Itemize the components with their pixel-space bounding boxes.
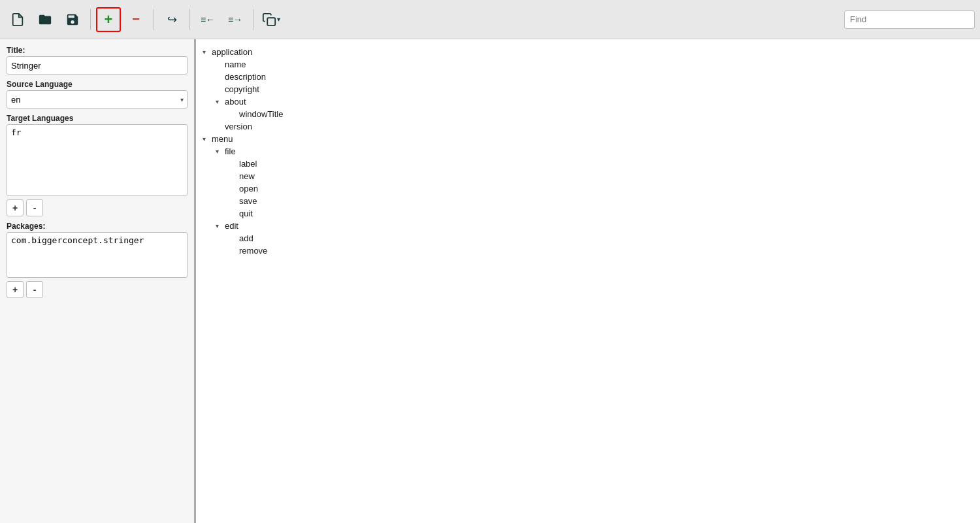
source-language-label: Source Language <box>7 80 188 89</box>
tree-label-application: application <box>212 47 252 57</box>
add-target-language-button[interactable]: + <box>7 199 24 216</box>
packages-label: Packages: <box>7 222 188 231</box>
tree-node-copyright[interactable]: ▾copyright <box>196 83 980 95</box>
source-language-select[interactable]: en fr de es zh <box>7 90 188 109</box>
tree-label-edit: edit <box>225 221 238 231</box>
tree-panel[interactable]: ▾application▾name▾description▾copyright▾… <box>196 39 980 523</box>
tree-node-menu[interactable]: ▾menu <box>196 133 980 145</box>
tree-label-remove: remove <box>239 246 267 256</box>
tree-node-application[interactable]: ▾application <box>196 46 980 58</box>
separator-1 <box>90 9 91 30</box>
tree-node-version[interactable]: ▾version <box>196 120 980 133</box>
add-package-button[interactable]: + <box>7 281 24 298</box>
tree-label-label: label <box>239 159 257 169</box>
copy-dropdown-arrow: ▾ <box>277 16 280 23</box>
tree-arrow-icon[interactable]: ▾ <box>203 135 212 143</box>
tree-arrow-icon[interactable]: ▾ <box>216 148 225 155</box>
target-languages-label: Target Languages <box>7 114 188 123</box>
tree-node-edit[interactable]: ▾edit <box>196 220 980 232</box>
remove-target-language-button[interactable]: - <box>26 199 43 216</box>
target-languages-btn-row: + - <box>7 199 188 216</box>
tree-label-windowTitle: windowTitle <box>239 109 283 119</box>
tree-label-copyright: copyright <box>225 84 259 94</box>
tree-label-menu: menu <box>212 134 233 144</box>
svg-rect-0 <box>267 18 275 25</box>
tree-label-quit: quit <box>239 209 253 218</box>
packages-textarea[interactable] <box>7 232 188 278</box>
target-languages-textarea[interactable] <box>7 124 188 196</box>
tree-label-name: name <box>225 59 246 69</box>
tree-node-about[interactable]: ▾about <box>196 95 980 108</box>
indent-button[interactable]: ↪ <box>159 7 184 32</box>
tree-arrow-icon[interactable]: ▾ <box>203 48 212 56</box>
tree-node-description[interactable]: ▾description <box>196 71 980 83</box>
copy-button[interactable]: ▾ <box>259 7 284 32</box>
save-button[interactable] <box>60 7 85 32</box>
tree-label-save: save <box>239 196 257 206</box>
packages-btn-row: + - <box>7 281 188 298</box>
tree-node-label[interactable]: ▾label <box>196 158 980 170</box>
align-left-icon: ≡← <box>201 14 215 25</box>
tree-node-save[interactable]: ▾save <box>196 195 980 207</box>
minus-icon: − <box>132 12 140 27</box>
new-file-button[interactable] <box>5 7 30 32</box>
tree-node-open[interactable]: ▾open <box>196 182 980 195</box>
plus-icon: + <box>105 11 113 28</box>
separator-3 <box>189 9 190 30</box>
title-label: Title: <box>7 46 188 55</box>
tree-label-file: file <box>225 146 236 156</box>
find-input[interactable] <box>844 10 975 29</box>
tree-arrow-icon[interactable]: ▾ <box>216 222 225 229</box>
tree-label-add: add <box>239 233 253 243</box>
tree-node-windowTitle[interactable]: ▾windowTitle <box>196 108 980 120</box>
packages-group: Packages: + - <box>7 222 188 298</box>
tree-node-name[interactable]: ▾name <box>196 58 980 71</box>
remove-package-button[interactable]: - <box>26 281 43 298</box>
main-area: Title: Source Language en fr de es zh ▾ … <box>0 39 980 523</box>
align-left-button[interactable]: ≡← <box>195 7 220 32</box>
target-languages-group: Target Languages + - <box>7 114 188 216</box>
align-right-icon: ≡→ <box>228 14 242 25</box>
tree-label-open: open <box>239 184 258 194</box>
toolbar: + − ↪ ≡← ≡→ ▾ <box>0 0 980 39</box>
tree-node-quit[interactable]: ▾quit <box>196 207 980 220</box>
align-right-button[interactable]: ≡→ <box>223 7 248 32</box>
tree-label-description: description <box>225 72 266 82</box>
tree-node-new[interactable]: ▾new <box>196 170 980 182</box>
tree-label-about: about <box>225 97 246 107</box>
title-field-group: Title: <box>7 46 188 75</box>
add-key-button[interactable]: + <box>96 7 121 32</box>
source-language-group: Source Language en fr de es zh ▾ <box>7 80 188 109</box>
tree-arrow-icon[interactable]: ▾ <box>216 98 225 105</box>
left-panel: Title: Source Language en fr de es zh ▾ … <box>0 39 196 523</box>
tree-node-remove[interactable]: ▾remove <box>196 245 980 257</box>
tree-label-version: version <box>225 122 252 131</box>
separator-2 <box>154 9 154 30</box>
indent-icon: ↪ <box>167 12 177 27</box>
source-language-wrapper: en fr de es zh ▾ <box>7 90 188 109</box>
tree-node-add[interactable]: ▾add <box>196 232 980 245</box>
title-input[interactable] <box>7 56 188 75</box>
open-button[interactable] <box>33 7 57 32</box>
separator-4 <box>253 9 253 30</box>
tree-label-new: new <box>239 171 255 181</box>
tree-node-file[interactable]: ▾file <box>196 145 980 158</box>
remove-key-button[interactable]: − <box>123 7 148 32</box>
